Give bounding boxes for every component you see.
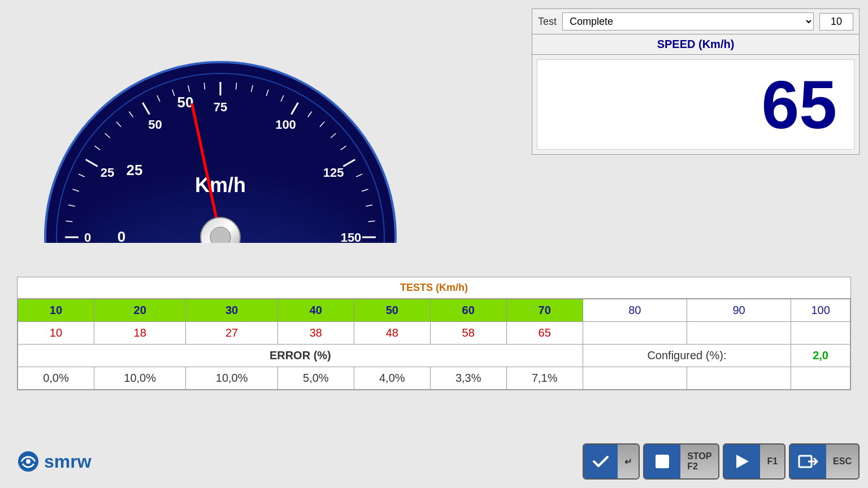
- target-60: 60: [430, 299, 506, 322]
- error-4: 4,0%: [354, 367, 430, 390]
- svg-rect-2: [34, 11, 407, 62]
- error-7: [583, 367, 687, 390]
- svg-text:25: 25: [127, 162, 143, 178]
- target-90: 90: [687, 299, 791, 322]
- svg-text:0: 0: [118, 228, 125, 245]
- svg-text:50: 50: [148, 117, 162, 132]
- stop-button[interactable]: STOPF2: [643, 443, 719, 480]
- target-40: 40: [277, 299, 354, 322]
- svg-point-52: [26, 459, 31, 464]
- table-wrapper: TESTS (Km/h) 10 20 30 40 50 60 70 80 90 …: [17, 277, 851, 390]
- measured-100: [791, 322, 850, 345]
- svg-text:150: 150: [341, 230, 362, 245]
- svg-text:75: 75: [214, 100, 227, 114]
- svg-marker-54: [736, 455, 749, 468]
- error-2: 10,0%: [186, 367, 277, 390]
- error-label: ERROR (%): [18, 345, 583, 367]
- error-1: 10,0%: [94, 367, 185, 390]
- measured-80: [583, 322, 687, 345]
- measured-50: 48: [354, 322, 430, 345]
- error-6: 7,1%: [506, 367, 583, 390]
- target-70: 70: [506, 299, 583, 322]
- error-0: 0,0%: [18, 367, 94, 390]
- stop-icon: [644, 445, 680, 478]
- exit-label: ESC: [826, 456, 858, 467]
- smrw-text-label: smrw: [44, 451, 92, 472]
- speed-label: SPEED (Km/h): [532, 34, 859, 55]
- target-30: 30: [186, 299, 277, 322]
- measured-values-row: 10 18 27 38 48 58 65: [18, 322, 850, 345]
- stop-label: STOPF2: [680, 451, 718, 472]
- play-label: F1: [760, 456, 784, 467]
- speed-value-box: 65: [537, 59, 854, 150]
- measured-30: 27: [186, 322, 277, 345]
- measured-10: 10: [18, 322, 94, 345]
- target-20: 20: [94, 299, 185, 322]
- error-3: 5,0%: [277, 367, 354, 390]
- error-8: [687, 367, 791, 390]
- play-icon: [724, 445, 760, 478]
- test-row: Test Complete 10: [532, 9, 859, 34]
- top-right-panel: Test Complete 10 SPEED (Km/h) 65: [532, 8, 860, 155]
- confirm-label: ↵: [618, 456, 639, 467]
- svg-text:50: 50: [177, 94, 194, 111]
- error-header-row: ERROR (%) Configured (%): 2,0: [18, 345, 850, 367]
- test-label: Test: [538, 16, 557, 28]
- target-50: 50: [354, 299, 430, 322]
- svg-text:100: 100: [275, 117, 296, 132]
- measured-70: 65: [506, 322, 583, 345]
- target-10: 10: [18, 299, 94, 322]
- bottom-bar: smrw ↵ STOPF2: [17, 443, 860, 480]
- target-100: 100: [791, 299, 850, 322]
- speed-value: 65: [762, 71, 837, 138]
- speedometer-svg: 2550751001251500 Km/h 0 25 50: [34, 11, 407, 277]
- svg-text:Km/h: Km/h: [195, 173, 246, 197]
- smrw-logo: smrw: [17, 450, 92, 473]
- confirm-icon: [584, 445, 618, 478]
- configured-value: 2,0: [791, 345, 850, 367]
- smrw-logo-icon: [17, 450, 40, 473]
- data-table: 10 20 30 40 50 60 70 80 90 100 10 18 27 …: [18, 299, 850, 390]
- test-select[interactable]: Complete: [562, 12, 814, 30]
- play-button[interactable]: F1: [723, 443, 785, 480]
- configured-label: Configured (%):: [583, 345, 791, 367]
- speed-targets-row: 10 20 30 40 50 60 70 80 90 100: [18, 299, 850, 322]
- error-values-row: 0,0% 10,0% 10,0% 5,0% 4,0% 3,3% 7,1%: [18, 367, 850, 390]
- svg-text:0: 0: [84, 230, 91, 245]
- measured-60: 58: [430, 322, 506, 345]
- confirm-button[interactable]: ↵: [583, 443, 640, 480]
- svg-rect-53: [656, 455, 669, 468]
- error-5: 3,3%: [430, 367, 506, 390]
- svg-text:125: 125: [323, 165, 344, 180]
- button-group: ↵ STOPF2 F1: [583, 443, 860, 480]
- test-number: 10: [819, 13, 853, 30]
- svg-rect-50: [34, 243, 407, 277]
- tests-header: TESTS (Km/h): [18, 277, 850, 299]
- exit-icon: [790, 445, 826, 478]
- tests-table-section: TESTS (Km/h) 10 20 30 40 50 60 70 80 90 …: [17, 277, 851, 390]
- svg-text:25: 25: [101, 165, 114, 180]
- exit-button[interactable]: ESC: [789, 443, 860, 480]
- measured-90: [687, 322, 791, 345]
- measured-20: 18: [94, 322, 185, 345]
- speedometer-container: 2550751001251500 Km/h 0 25 50: [34, 11, 407, 282]
- target-80: 80: [583, 299, 687, 322]
- error-9: [791, 367, 850, 390]
- measured-40: 38: [277, 322, 354, 345]
